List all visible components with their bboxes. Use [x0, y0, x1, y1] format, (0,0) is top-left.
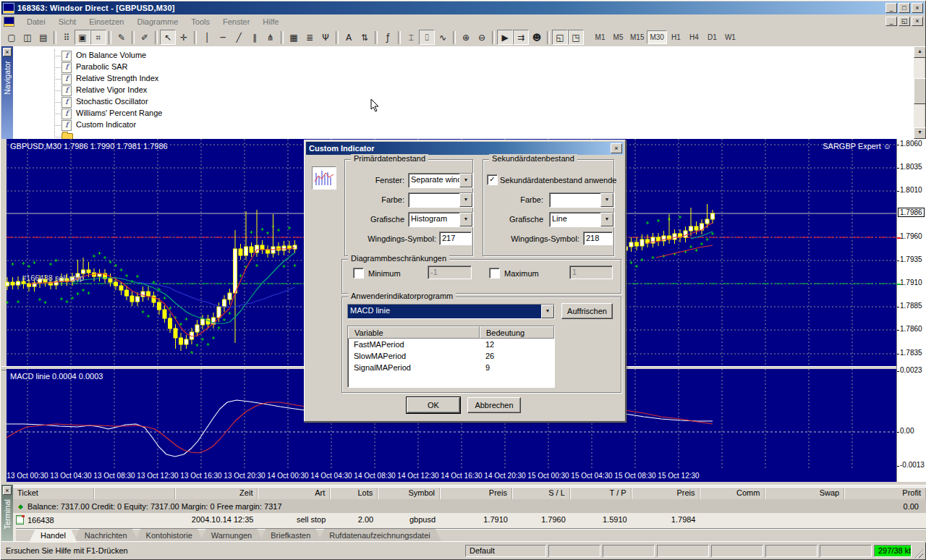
navigator-item-relative-vigor-index[interactable]: fRelative Vigor Index: [13, 85, 914, 96]
column-header-swap[interactable]: Swap: [765, 488, 844, 499]
mdi-restore-button[interactable]: ◱: [899, 17, 910, 26]
column-header-symbol[interactable]: Symbol: [378, 488, 440, 499]
table-row[interactable]: FastMAPeriod 12: [348, 339, 554, 350]
navigator-scrollbar[interactable]: ▲ ▼: [914, 46, 925, 139]
primary-color-combo[interactable]: ▼: [408, 192, 473, 208]
attach-script-icon[interactable]: ✐: [137, 30, 153, 45]
column-header-comm[interactable]: Comm: [700, 488, 765, 499]
fibonacci-lines-icon[interactable]: ≣: [302, 30, 318, 45]
bar-chart-icon[interactable]: ⌶: [403, 30, 419, 45]
terminal-panel-icon[interactable]: ⌗: [90, 30, 106, 45]
grid-icon[interactable]: ▦: [286, 30, 302, 45]
column-header-blank[interactable]: [94, 488, 175, 499]
terminal-close-icon[interactable]: ×: [3, 486, 12, 495]
column-header-art[interactable]: Art: [258, 488, 330, 499]
app-icon[interactable]: [3, 3, 14, 14]
tab-handel[interactable]: Handel: [29, 529, 77, 543]
chart-window-icon[interactable]: [4, 17, 14, 27]
minimum-checkbox[interactable]: [353, 268, 364, 279]
secondary-color-combo[interactable]: ▼: [549, 192, 614, 208]
close-button[interactable]: ×: [912, 3, 923, 13]
column-header-ticket[interactable]: Ticket: [13, 488, 94, 499]
timeframe-h4[interactable]: H4: [685, 30, 703, 44]
window-type-combo[interactable]: Separate winc ▼: [408, 173, 473, 188]
scroll-down-icon[interactable]: ▼: [914, 127, 926, 139]
line-chart-icon[interactable]: ∿: [435, 30, 451, 45]
minimize-button[interactable]: _: [885, 3, 897, 13]
menu-diagramme[interactable]: Diagramme: [130, 16, 184, 27]
secondary-wingdings-input[interactable]: 218: [583, 232, 613, 245]
maximize-button[interactable]: □: [899, 3, 910, 13]
dialog-close-icon[interactable]: ×: [611, 143, 622, 153]
table-row[interactable]: SignalMAPeriod 9: [348, 362, 554, 373]
save-icon[interactable]: ◫: [20, 30, 35, 45]
column-header-zeit[interactable]: Zeit: [175, 488, 258, 499]
dialog-title-bar[interactable]: Custom Indicator ×: [306, 142, 624, 155]
menu-einsetzen[interactable]: Einsetzen: [82, 16, 130, 27]
navigator-item-relative-strength-index[interactable]: fRelative Strength Index: [13, 73, 914, 85]
timeframe-m1[interactable]: M1: [591, 30, 609, 44]
market-watch-icon[interactable]: ⠿: [59, 30, 75, 45]
parallel-channel-icon[interactable]: ∥: [247, 30, 263, 45]
chart-properties-icon[interactable]: ✎: [114, 30, 129, 45]
chevron-down-icon[interactable]: ▼: [459, 174, 472, 187]
cursor-icon[interactable]: ↖: [160, 30, 176, 45]
apply-secondary-checkbox[interactable]: ✓: [487, 174, 498, 185]
zoom-out-icon[interactable]: ⊖: [474, 30, 490, 45]
column-header-preis[interactable]: Preis: [632, 488, 700, 499]
maximum-checkbox[interactable]: [489, 268, 500, 279]
candlestick-chart-icon[interactable]: ⌷: [419, 30, 435, 45]
auto-scroll-icon[interactable]: ▶: [497, 30, 513, 45]
secondary-draw-style-combo[interactable]: Line ▼: [549, 212, 614, 227]
timeframe-m5[interactable]: M5: [609, 30, 627, 44]
navigator-item-stochastic-oscillator[interactable]: fStochastic Oscillator: [13, 96, 914, 108]
zoom-in-icon[interactable]: ⊕: [458, 30, 474, 45]
horizontal-line-icon[interactable]: ─: [215, 30, 231, 45]
mdi-close-button[interactable]: ×: [912, 17, 923, 26]
chart-shift-icon[interactable]: ⇉: [513, 30, 529, 45]
column-header-preis[interactable]: Preis: [440, 488, 512, 499]
arrow-objects-icon[interactable]: ⇅: [357, 30, 373, 45]
column-header-profit[interactable]: Profit: [844, 488, 926, 499]
menu-sicht[interactable]: Sicht: [52, 16, 82, 27]
navigator-item-partial[interactable]: [13, 131, 914, 139]
scrollbar-thumb[interactable]: [914, 78, 926, 104]
new-chart-icon[interactable]: ▢: [4, 30, 20, 45]
timeframe-d1[interactable]: D1: [703, 30, 721, 44]
time-axis[interactable]: 13 Oct 00:3013 Oct 04:3013 Oct 08:3013 O…: [7, 470, 896, 482]
column-header-t-p[interactable]: T / P: [570, 488, 632, 499]
indicator-program-combo[interactable]: MACD linie ▼: [347, 304, 555, 319]
chevron-down-icon[interactable]: ▼: [600, 193, 613, 207]
bedeutung-column-header[interactable]: Bedeutung: [480, 326, 554, 339]
crosshair-icon[interactable]: ✛: [176, 30, 192, 45]
chevron-down-icon[interactable]: ▼: [600, 213, 613, 226]
indicators-icon[interactable]: ƒ: [380, 30, 396, 45]
expert-advisors-icon[interactable]: ☻: [529, 30, 545, 45]
text-label-icon[interactable]: A: [341, 30, 357, 45]
primary-draw-style-combo[interactable]: Histogram ▼: [408, 212, 473, 227]
data-window-icon[interactable]: ▣: [75, 30, 90, 45]
column-header-lots[interactable]: Lots: [330, 488, 378, 499]
ok-button[interactable]: OK: [407, 397, 460, 413]
timeframe-w1[interactable]: W1: [721, 30, 739, 44]
balance-row[interactable]: ◆ Balance: 7317.00 Credit: 0 Equity: 731…: [13, 499, 926, 513]
price-scale[interactable]: 1.80601.80351.80101.79861.79601.79351.79…: [896, 139, 926, 482]
print-icon[interactable]: ▤: [35, 30, 51, 45]
trendline-icon[interactable]: ╱: [231, 30, 247, 45]
timeframe-h1[interactable]: H1: [667, 30, 685, 44]
andrews-pitchfork-icon[interactable]: Ψ: [318, 30, 334, 45]
navigator-item-custom-indicator[interactable]: fCustom Indicator: [13, 119, 914, 131]
vertical-line-icon[interactable]: │: [199, 30, 215, 45]
fibonacci-fan-icon[interactable]: ⋔: [263, 30, 279, 45]
tile-windows-icon[interactable]: ◱: [552, 30, 568, 45]
menu-datei[interactable]: Datei: [20, 16, 52, 27]
navigator-close-icon[interactable]: ×: [3, 48, 12, 56]
refresh-button[interactable]: Auffrischen: [561, 303, 613, 319]
order-row[interactable]: 1664382004.10.14 12:35sell stop2.00gbpus…: [13, 513, 926, 526]
timeframe-m15[interactable]: M15: [627, 30, 647, 44]
menu-fenster[interactable]: Fenster: [216, 16, 256, 27]
navigator-item-parabolic-sar[interactable]: fParabolic SAR: [13, 61, 914, 73]
navigator-item-on-balance-volume[interactable]: fOn Balance Volume: [13, 50, 914, 61]
new-chart-window-icon[interactable]: ◳: [568, 30, 584, 45]
timeframe-m30[interactable]: M30: [647, 30, 666, 44]
